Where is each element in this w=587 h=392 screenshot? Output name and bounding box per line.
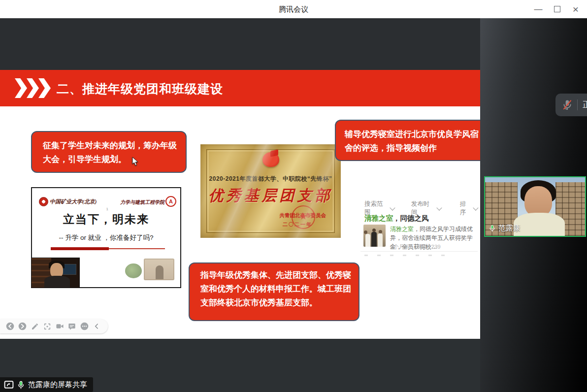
plaque-glare (200, 144, 341, 238)
divider (360, 251, 478, 252)
minimize-button[interactable]: — (531, 3, 546, 16)
embedded-slide-subtitle: -- 升学 or 就业 ，你准备好了吗? (32, 233, 180, 242)
college-name: 力学与建筑工程学院 (120, 199, 164, 206)
chevron-right-icon (38, 78, 51, 98)
close-button[interactable]: × (568, 3, 583, 16)
pencil-annotate-button[interactable] (31, 322, 39, 330)
award-plaque-photo: 2020-2021年度首都大学、中职院校“先锋杯” 优秀基层团支部 ★ 共青团北… (200, 144, 341, 238)
annotation-toolbar (0, 319, 108, 333)
titlebar: 腾讯会议 — × (0, 0, 587, 18)
meeting-side-panel: 正 范露康 (480, 18, 587, 392)
monitor-glow (63, 264, 76, 275)
participant-name-overlay: 范露康 (489, 224, 521, 233)
callout-dorm-selection: 辅导优秀寝室进行北京市优良学风宿舍的评选，指导视频创作 (335, 120, 489, 161)
article-read-count: 阅读1239 (417, 244, 441, 250)
window-title: 腾讯会议 (0, 0, 587, 18)
embedded-slide-title: 立当下，明未来 (32, 212, 180, 227)
university-logo-icon (39, 197, 48, 206)
microphone-icon (17, 381, 25, 389)
divider (577, 99, 578, 110)
chevron-down-icon (473, 205, 478, 210)
slide-page-number: 1 (106, 207, 108, 211)
screen-share-label: 范露康的屏幕共享 (28, 380, 87, 390)
article-time: 2个月前 (390, 244, 410, 250)
next-slide-button[interactable] (18, 322, 27, 330)
camera-button[interactable] (56, 322, 64, 330)
chevron-down-icon (436, 205, 442, 210)
filter-sort[interactable]: 排序 (460, 200, 478, 217)
divider (51, 247, 109, 250)
section-title: 二、推进年级党团和班级建设 (57, 81, 223, 97)
screen-share-icon (4, 381, 14, 389)
article-thumbnail[interactable] (363, 225, 386, 247)
more-options-button[interactable] (80, 322, 89, 330)
microphone-muted-icon (562, 99, 572, 110)
college-badge-icon: A (165, 196, 176, 207)
callout-student-planning: 征集了学生对未来的规划，筹办年级大会，引导学生规划。 (31, 131, 187, 173)
article-feed: 搜索范围 发布时间 排序 清雅之室，同德之风 清雅之室，同德之风学习成绩优异，宿… (359, 196, 480, 260)
screen-share-indicator: 范露康的屏幕共享 (0, 377, 93, 392)
presenter-webcam-thumbnail (31, 258, 80, 288)
maximize-button[interactable] (550, 3, 564, 16)
participant-name: 范露康 (498, 224, 521, 233)
maximize-icon (554, 6, 560, 12)
participant-face (524, 186, 552, 217)
participant-body (514, 213, 565, 237)
chevron-right-icon (27, 78, 39, 98)
embedded-slide-thumbnail: 中国矿业大学(北京) 力学与建筑工程学院 A 1 立当下，明未来 -- 升学 o… (31, 187, 181, 288)
slide-letterbox-top (0, 18, 480, 70)
callout-award-materials: 指导年级优秀集体、先进团支部、优秀寝室和优秀个人的材料申报工作。城工班团支部终获… (189, 262, 359, 321)
article-title[interactable]: 清雅之室，同德之风 (364, 214, 429, 223)
chevron-down-icon (390, 205, 395, 210)
chat-bubble-button[interactable] (68, 322, 76, 330)
campus-building-image (125, 257, 174, 282)
next-article-partial (364, 255, 453, 256)
university-name: 中国矿业大学(北京) (50, 198, 97, 205)
slide-section-banner: 二、推进年级党团和班级建设 (0, 70, 480, 106)
mute-status-popup[interactable]: 正 (555, 94, 587, 116)
previous-slide-button[interactable] (6, 322, 14, 330)
laser-pointer-button[interactable] (43, 322, 51, 330)
chevron-right-icon (15, 78, 27, 98)
participant-video-tile[interactable]: 范露康 (484, 176, 586, 237)
presenter-body (44, 276, 70, 288)
mute-popup-text: 正 (583, 100, 587, 110)
article-meta: 2个月前 阅读1239 (390, 243, 446, 251)
microphone-icon (489, 225, 495, 232)
tencent-meeting-window: 腾讯会议 — × 二、推进年级党团和班级建设 2020-2021年度首都大学、中… (0, 0, 587, 392)
collapse-toolbar-button[interactable] (93, 322, 101, 330)
